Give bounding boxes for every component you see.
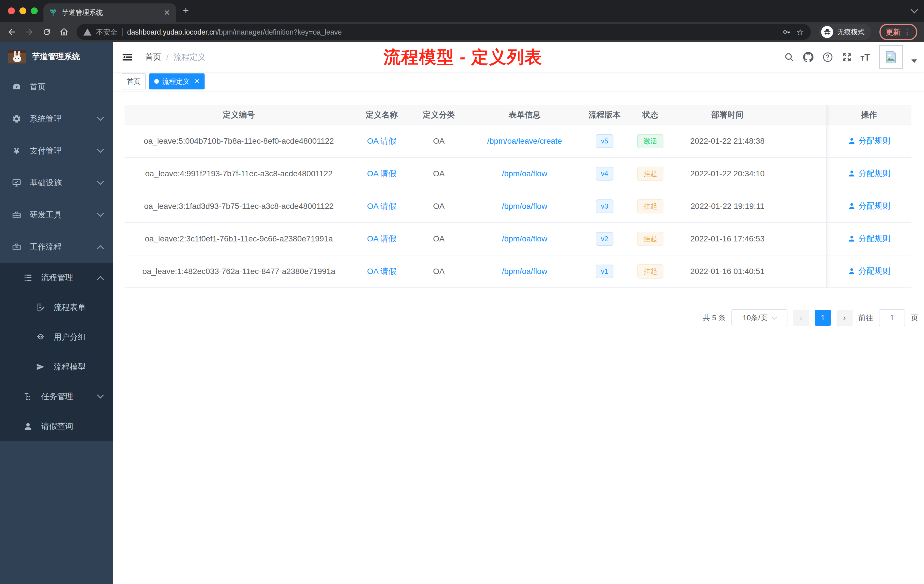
form-link[interactable]: /bpm/oa/flow xyxy=(502,267,548,276)
chevron-down-icon xyxy=(97,114,104,120)
definition-id: oa_leave:1:482ec033-762a-11ec-8477-a2380… xyxy=(142,267,335,276)
sidebar-item-process-model[interactable]: 流程模型 xyxy=(0,352,113,382)
bookmark-star-icon[interactable]: ☆ xyxy=(796,27,804,37)
sidebar-item-home[interactable]: 首页 xyxy=(0,71,113,103)
definition-name-link[interactable]: OA 请假 xyxy=(367,234,396,243)
search-icon[interactable] xyxy=(784,52,794,62)
update-button[interactable]: 更新 ⋮ xyxy=(879,24,917,40)
sidebar-item-workflow[interactable]: 工作流程 xyxy=(0,231,113,263)
column-header-id: 定义编号 xyxy=(125,105,353,125)
sidebar-item-infra[interactable]: 基础设施 xyxy=(0,167,113,199)
chevron-down-icon xyxy=(97,391,104,398)
user-icon xyxy=(848,202,856,210)
font-size-icon[interactable]: TT xyxy=(861,52,870,63)
page-size-select[interactable]: 10条/页 xyxy=(731,309,787,326)
table-header-row: 定义编号 定义名称 定义分类 表单信息 流程版本 状态 部署时间 操作 xyxy=(125,105,911,125)
group-icon xyxy=(34,333,47,342)
assign-rule-link[interactable]: 分配规则 xyxy=(848,168,891,179)
goto-label: 前往 xyxy=(858,313,873,323)
tag-label: 首页 xyxy=(127,77,140,86)
assign-rule-link[interactable]: 分配规则 xyxy=(848,233,891,244)
url-bar[interactable]: 不安全 dashboard.yudao.iocoder.cn/bpm/manag… xyxy=(77,24,811,40)
deploy-time: 2022-01-22 20:34:10 xyxy=(673,157,782,190)
browser-tab-strip: 芋道管理系统 ✕ + xyxy=(0,0,924,22)
incognito-badge: 无痕模式 xyxy=(819,24,871,40)
next-page-button[interactable]: › xyxy=(837,310,853,326)
definition-name-link[interactable]: OA 请假 xyxy=(367,202,396,211)
sidebar-item-process-manage[interactable]: 流程管理 xyxy=(0,263,113,292)
home-icon[interactable] xyxy=(59,27,69,36)
chevron-down-icon xyxy=(97,210,104,216)
sidebar-item-leave-query[interactable]: 请假查询 xyxy=(0,411,113,441)
status-badge: 挂起 xyxy=(637,232,663,246)
sidebar-logo: 芋道管理系统 xyxy=(0,42,113,71)
back-icon[interactable] xyxy=(7,27,16,37)
status-badge: 挂起 xyxy=(637,199,663,213)
tab-search-caret-icon[interactable] xyxy=(911,6,918,13)
browser-menu-dots-icon[interactable]: ⋮ xyxy=(903,28,911,36)
github-icon[interactable] xyxy=(803,52,814,63)
column-header-filler xyxy=(782,105,826,125)
table-body: oa_leave:5:004b710b-7b8a-11ec-8ef0-acde4… xyxy=(125,125,911,288)
assign-rule-link[interactable]: 分配规则 xyxy=(848,201,891,211)
chevron-up-icon xyxy=(97,276,104,283)
select-caret-icon xyxy=(771,314,777,320)
sidebar-item-label: 基础设施 xyxy=(30,177,62,188)
window-controls xyxy=(8,7,38,14)
definition-name-link[interactable]: OA 请假 xyxy=(367,169,396,178)
assign-rule-link[interactable]: 分配规则 xyxy=(848,266,891,277)
sidebar-item-label: 工作流程 xyxy=(30,241,62,252)
tag-process-definition[interactable]: 流程定义 ✕ xyxy=(149,73,205,89)
sidebar-item-task-manage[interactable]: 任务管理 xyxy=(0,382,113,411)
help-icon[interactable] xyxy=(822,52,833,63)
assign-rule-link[interactable]: 分配规则 xyxy=(848,135,891,146)
breadcrumb-home-link[interactable]: 首页 xyxy=(145,52,161,63)
definition-category: OA xyxy=(410,125,467,157)
prev-page-button[interactable]: ‹ xyxy=(793,310,809,326)
form-link[interactable]: /bpm/oa/leave/create xyxy=(487,137,562,145)
window-close-button[interactable] xyxy=(8,7,15,14)
tag-close-icon[interactable]: ✕ xyxy=(194,78,200,85)
fullscreen-icon[interactable] xyxy=(842,52,852,62)
sidebar-item-dev[interactable]: 研发工具 xyxy=(0,199,113,231)
form-link[interactable]: /bpm/oa/flow xyxy=(502,169,548,178)
assign-rule-label: 分配规则 xyxy=(858,201,891,211)
tab-close-icon[interactable]: ✕ xyxy=(164,8,170,17)
key-icon[interactable] xyxy=(782,27,792,37)
user-icon xyxy=(22,422,34,431)
sidebar-item-user-group[interactable]: 用户分组 xyxy=(0,322,113,352)
chevron-down-icon xyxy=(97,178,104,185)
table-row: oa_leave:3:1fad3d93-7b75-11ec-a3c8-acde4… xyxy=(125,190,911,223)
reload-icon[interactable] xyxy=(42,27,51,36)
new-tab-button[interactable]: + xyxy=(183,5,189,16)
list-icon xyxy=(22,273,34,282)
window-zoom-button[interactable] xyxy=(31,7,38,14)
definition-category: OA xyxy=(410,190,467,223)
tag-home[interactable]: 首页 xyxy=(122,73,146,89)
form-link[interactable]: /bpm/oa/flow xyxy=(502,202,548,211)
window-minimize-button[interactable] xyxy=(20,7,26,14)
avatar-caret-icon[interactable] xyxy=(911,59,917,63)
definition-name-link[interactable]: OA 请假 xyxy=(367,137,396,145)
sidebar: 芋道管理系统 首页 系统管理 ¥ 支付管理 基础设施 xyxy=(0,42,113,584)
deploy-time: 2022-01-16 01:40:51 xyxy=(673,255,782,288)
sidebar-item-label: 支付管理 xyxy=(30,145,62,156)
hamburger-fold-icon[interactable] xyxy=(122,51,133,63)
deploy-time: 2022-01-22 21:48:38 xyxy=(673,125,782,157)
sidebar-item-system[interactable]: 系统管理 xyxy=(0,103,113,135)
browser-tab[interactable]: 芋道管理系统 ✕ xyxy=(43,3,176,22)
goto-page-input[interactable] xyxy=(879,309,905,326)
sidebar-item-pay[interactable]: ¥ 支付管理 xyxy=(0,135,113,167)
page-size-value: 10条/页 xyxy=(742,313,768,323)
avatar[interactable] xyxy=(879,45,903,69)
sidebar-item-process-form[interactable]: 流程表单 xyxy=(0,292,113,322)
definition-name-link[interactable]: OA 请假 xyxy=(367,267,396,276)
user-icon xyxy=(848,234,856,243)
forward-icon xyxy=(25,27,34,37)
assign-rule-label: 分配规则 xyxy=(858,168,891,179)
page-number-1[interactable]: 1 xyxy=(815,310,831,326)
incognito-icon xyxy=(821,26,833,38)
pagination-total: 共 5 条 xyxy=(703,313,726,323)
form-link[interactable]: /bpm/oa/flow xyxy=(502,234,548,243)
deploy-time: 2022-01-22 19:19:11 xyxy=(673,190,782,223)
